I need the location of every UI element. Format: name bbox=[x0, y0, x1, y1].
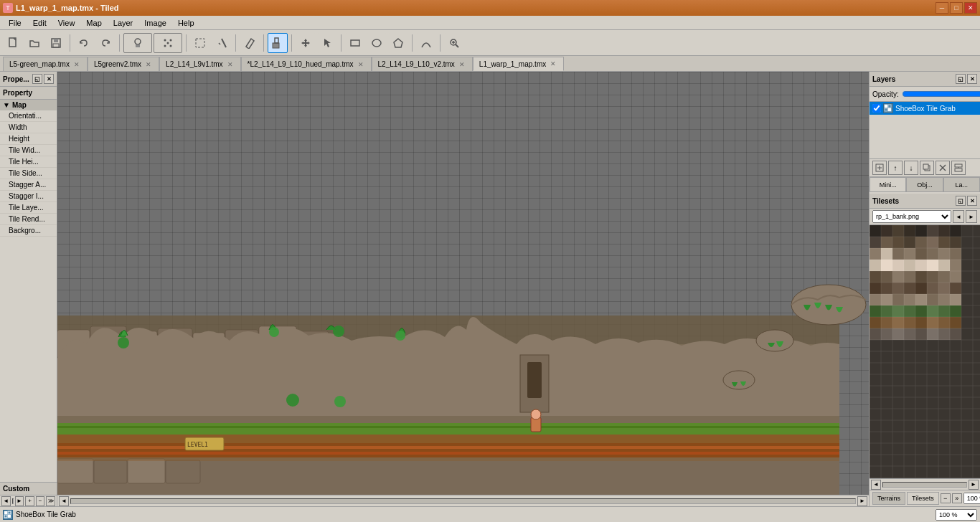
obj-tab-label: Obj... bbox=[917, 181, 933, 189]
left-panel-close-btn[interactable]: ✕ bbox=[44, 74, 54, 84]
status-zoom-select[interactable]: 100 % 50 % 75 % 150 % bbox=[936, 509, 977, 521]
svg-rect-63 bbox=[888, 108, 891, 111]
stamp-brush-tool[interactable] bbox=[268, 33, 288, 53]
layers-float-btn[interactable]: ◱ bbox=[956, 74, 966, 84]
path-tool[interactable] bbox=[416, 33, 436, 53]
tab-5[interactable]: L1_warp_1_map.tmx ✕ bbox=[473, 57, 564, 71]
tab-close-4[interactable]: ✕ bbox=[458, 61, 466, 68]
del-property-btn[interactable]: − bbox=[36, 496, 45, 506]
more-btn[interactable]: ≫ bbox=[46, 496, 55, 506]
tileset-next-btn[interactable]: ► bbox=[966, 210, 977, 223]
obj-tab[interactable]: Obj... bbox=[906, 177, 943, 191]
prop-row-tileside[interactable]: Tile Side... bbox=[0, 168, 57, 179]
ellipse-select-tool[interactable] bbox=[367, 33, 387, 53]
menu-file[interactable]: File bbox=[3, 17, 27, 29]
marquee-select-tool[interactable] bbox=[190, 33, 210, 53]
scroll-track[interactable] bbox=[12, 498, 14, 504]
tab-3[interactable]: *L2_L14_L9_L10_hued_map.tmx ✕ bbox=[241, 57, 372, 71]
tab-4[interactable]: L2_L14_L9_L10_v2.tmx ✕ bbox=[372, 57, 473, 71]
prop-row-tileheight[interactable]: Tile Hei... bbox=[0, 156, 57, 168]
tab-1[interactable]: L5greenv2.tmx ✕ bbox=[88, 57, 159, 71]
ts-scroll-left[interactable]: ◄ bbox=[871, 480, 881, 490]
prop-section-map[interactable]: ▼ Map bbox=[0, 100, 57, 110]
tab-2[interactable]: L2_L14_L9v1.tmx ✕ bbox=[159, 57, 241, 71]
stamp-tool[interactable] bbox=[123, 33, 152, 53]
canvas-area[interactable]: ▲ ▼ bbox=[57, 72, 869, 495]
layer-add-btn[interactable] bbox=[872, 161, 887, 175]
tileset-prev-btn[interactable]: ◄ bbox=[953, 210, 964, 223]
new-button[interactable] bbox=[3, 33, 23, 53]
magic-wand-tool[interactable] bbox=[212, 33, 232, 53]
menu-view[interactable]: View bbox=[52, 17, 81, 29]
zoom-tool[interactable] bbox=[444, 33, 464, 53]
custom-section[interactable]: Custom bbox=[0, 482, 57, 495]
menu-help[interactable]: Help bbox=[172, 17, 200, 29]
menu-image[interactable]: Image bbox=[138, 17, 172, 29]
canvas-hscroll-right[interactable]: ► bbox=[857, 496, 867, 506]
opacity-slider[interactable] bbox=[902, 90, 980, 98]
pointer-tool[interactable] bbox=[317, 33, 337, 53]
prop-row-tilelayer[interactable]: Tile Laye... bbox=[0, 202, 57, 214]
left-panel-float-btn[interactable]: ◱ bbox=[32, 74, 42, 84]
tabs-bar: L5-green_map.tmx ✕ L5greenv2.tmx ✕ L2_L1… bbox=[0, 56, 980, 72]
prop-row-orientation[interactable]: Orientati... bbox=[0, 110, 57, 122]
terrains-tab[interactable]: Terrains bbox=[872, 492, 905, 505]
canvas-hscroll-left[interactable]: ◄ bbox=[59, 496, 69, 506]
tab-close-1[interactable]: ✕ bbox=[144, 61, 153, 68]
tab-close-3[interactable]: ✕ bbox=[357, 61, 365, 68]
save-button[interactable] bbox=[46, 33, 66, 53]
open-button[interactable] bbox=[24, 33, 44, 53]
map-viewport[interactable]: LEVEL1 bbox=[57, 72, 869, 495]
tileset-canvas[interactable] bbox=[870, 225, 980, 478]
layer-down-btn[interactable]: ↓ bbox=[904, 161, 918, 175]
minimize-button[interactable]: ─ bbox=[936, 2, 948, 14]
tab-close-2[interactable]: ✕ bbox=[226, 61, 235, 68]
layer-up-btn[interactable]: ↑ bbox=[888, 161, 903, 175]
ts-zoom-in-btn[interactable]: » bbox=[952, 493, 962, 503]
layer-visibility-0[interactable] bbox=[872, 104, 881, 113]
polygon-select-tool[interactable] bbox=[388, 33, 408, 53]
eraser-tool[interactable] bbox=[240, 33, 260, 53]
restore-button[interactable]: □ bbox=[950, 2, 963, 14]
menu-edit[interactable]: Edit bbox=[27, 17, 52, 29]
menu-map[interactable]: Map bbox=[80, 17, 107, 29]
layers-close-btn[interactable]: ✕ bbox=[967, 74, 977, 84]
prop-row-stagger-index[interactable]: Stagger I... bbox=[0, 191, 57, 202]
tileset-dropdown[interactable]: rp_1_bank.png bbox=[872, 210, 951, 223]
ts-scroll-right[interactable]: ► bbox=[969, 480, 979, 490]
add-property-btn[interactable]: + bbox=[25, 496, 34, 506]
scroll-right-btn[interactable]: ► bbox=[15, 496, 24, 506]
layer-dup-btn[interactable] bbox=[920, 161, 934, 175]
random-tool[interactable] bbox=[154, 33, 182, 53]
undo-button[interactable] bbox=[74, 33, 94, 53]
move-tool[interactable] bbox=[296, 33, 316, 53]
layer-item-0[interactable]: ShoeBox Tile Grab bbox=[870, 102, 980, 115]
tilesets-close-btn[interactable]: ✕ bbox=[967, 196, 977, 206]
scroll-left-btn[interactable]: ◄ bbox=[1, 496, 11, 506]
redo-button[interactable] bbox=[95, 33, 116, 53]
prop-row-stagger-axis[interactable]: Stagger A... bbox=[0, 179, 57, 191]
mini-tab[interactable]: Mini... bbox=[870, 177, 906, 191]
svg-rect-39 bbox=[57, 426, 839, 428]
tilesets-float-btn[interactable]: ◱ bbox=[956, 196, 966, 206]
prop-row-background[interactable]: Backgro... bbox=[0, 225, 57, 237]
canvas-hscroll-track[interactable] bbox=[70, 498, 856, 504]
ts-scroll-track[interactable] bbox=[882, 482, 967, 488]
tab-close-0[interactable]: ✕ bbox=[72, 61, 81, 68]
close-button[interactable]: ✕ bbox=[964, 2, 977, 14]
layer-del-btn[interactable] bbox=[936, 161, 950, 175]
svg-rect-59 bbox=[57, 457, 839, 461]
ts-zoom-select[interactable]: 100 % 50 % 75 % 150 % 200 % bbox=[963, 493, 980, 504]
prop-row-tilewidth[interactable]: Tile Wid... bbox=[0, 145, 57, 156]
rect-select-tool[interactable] bbox=[345, 33, 365, 53]
la-tab[interactable]: La... bbox=[943, 177, 980, 191]
tab-0[interactable]: L5-green_map.tmx ✕ bbox=[3, 57, 88, 71]
ts-zoom-out-btn[interactable]: − bbox=[941, 493, 951, 503]
tab-close-5[interactable]: ✕ bbox=[549, 60, 557, 67]
layer-merge-btn[interactable] bbox=[951, 161, 966, 175]
menu-layer[interactable]: Layer bbox=[108, 17, 139, 29]
tilesets-tab[interactable]: Tilesets bbox=[907, 492, 939, 505]
prop-row-tilerender[interactable]: Tile Rend... bbox=[0, 214, 57, 225]
prop-row-height[interactable]: Height bbox=[0, 133, 57, 145]
prop-row-width[interactable]: Width bbox=[0, 122, 57, 133]
